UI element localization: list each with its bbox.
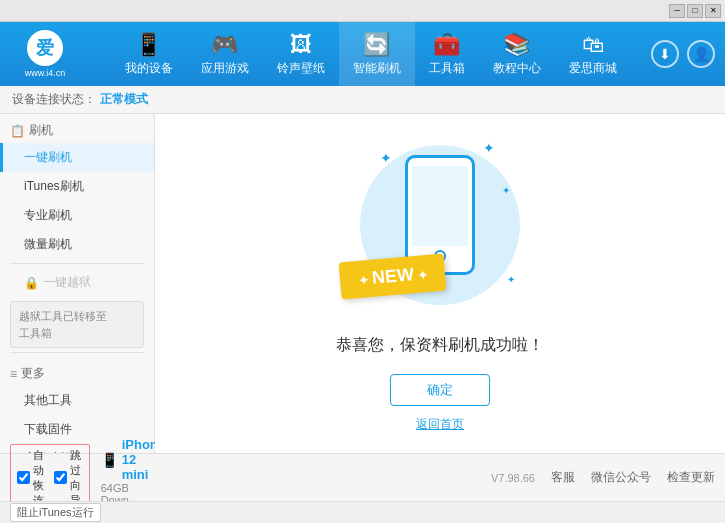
bottom-right: V7.98.66 客服 微信公众号 检查更新 bbox=[165, 469, 715, 486]
save-flash-label: 微量刷机 bbox=[24, 237, 72, 251]
status-bar: 设备连接状态： 正常模式 bbox=[0, 86, 725, 114]
jailbreak-note-text: 越狱工具已转移至 工具箱 bbox=[19, 310, 107, 339]
bottom-status-bar: 阻止iTunes运行 bbox=[0, 501, 725, 523]
my-device-icon: 📱 bbox=[135, 32, 162, 58]
status-value: 正常模式 bbox=[100, 91, 148, 108]
sidebar-divider-2 bbox=[10, 352, 144, 353]
nav-items: 📱 我的设备 🎮 应用游戏 🖼 铃声壁纸 🔄 智能刷机 🧰 工具箱 📚 bbox=[90, 22, 651, 86]
main-content: ✦ ✦ ✦ ✦ NEW 恭喜您，保资料刷机成功啦！ 确定 返回首页 bbox=[155, 114, 725, 453]
nav-wallpaper-label: 铃声壁纸 bbox=[277, 60, 325, 77]
app-window: ─ □ ✕ 爱 www.i4.cn 📱 我的设备 🎮 应用游戏 🖼 铃声壁纸 🔄 bbox=[0, 0, 725, 523]
user-button[interactable]: 👤 bbox=[687, 40, 715, 68]
sparkle-4: ✦ bbox=[507, 274, 515, 285]
logo: 爱 www.i4.cn bbox=[0, 22, 90, 86]
nav-store[interactable]: 🛍 爱思商城 bbox=[555, 22, 631, 86]
logo-icon: 爱 bbox=[27, 30, 63, 66]
auto-connect-checkbox[interactable] bbox=[17, 471, 30, 484]
sidebar-item-one-click-flash[interactable]: 一键刷机 bbox=[0, 143, 154, 172]
auto-connect-text: 自动恢连 bbox=[33, 448, 46, 508]
nav-bar: 爱 www.i4.cn 📱 我的设备 🎮 应用游戏 🖼 铃声壁纸 🔄 智能刷机 … bbox=[0, 22, 725, 86]
other-tools-label: 其他工具 bbox=[24, 393, 72, 407]
nav-my-device[interactable]: 📱 我的设备 bbox=[111, 22, 187, 86]
more-section-icon: ≡ bbox=[10, 367, 17, 381]
auto-connect-label[interactable]: 自动恢连 bbox=[17, 448, 46, 508]
stop-itunes-label: 阻止iTunes运行 bbox=[17, 506, 94, 518]
nav-wallpaper[interactable]: 🖼 铃声壁纸 bbox=[263, 22, 339, 86]
customer-service-link[interactable]: 客服 bbox=[551, 469, 575, 486]
skip-wizard-label[interactable]: 跳过向导 bbox=[54, 448, 83, 508]
confirm-button[interactable]: 确定 bbox=[390, 374, 490, 406]
nav-tutorial[interactable]: 📚 教程中心 bbox=[479, 22, 555, 86]
nav-toolbox[interactable]: 🧰 工具箱 bbox=[415, 22, 479, 86]
maximize-button[interactable]: □ bbox=[687, 4, 703, 18]
device-storage: 64GB bbox=[101, 482, 165, 494]
jailbreak-section-label: 一键越狱 bbox=[43, 274, 91, 291]
nav-smart-flash[interactable]: 🔄 智能刷机 bbox=[339, 22, 415, 86]
bottom-wrapper: 自动恢连 跳过向导 📱 iPhone 12 mini 64GB Down-12m… bbox=[0, 453, 725, 523]
wallpaper-icon: 🖼 bbox=[290, 32, 312, 58]
close-button[interactable]: ✕ bbox=[705, 4, 721, 18]
sidebar-section-flash: 📋 刷机 bbox=[0, 114, 154, 143]
sidebar-item-pro-flash[interactable]: 专业刷机 bbox=[0, 201, 154, 230]
bottom-bar: 自动恢连 跳过向导 📱 iPhone 12 mini 64GB Down-12m… bbox=[0, 453, 725, 501]
version-text: V7.98.66 bbox=[491, 472, 535, 484]
nav-right: ⬇ 👤 bbox=[651, 40, 725, 68]
check-update-link[interactable]: 检查更新 bbox=[667, 469, 715, 486]
flash-section-label: 刷机 bbox=[29, 122, 53, 139]
sidebar-section-jailbreak: 🔒 一键越狱 bbox=[0, 268, 154, 297]
nav-apps-games-label: 应用游戏 bbox=[201, 60, 249, 77]
phone-illustration: ✦ ✦ ✦ ✦ NEW bbox=[350, 135, 530, 315]
skip-wizard-checkbox[interactable] bbox=[54, 471, 67, 484]
sparkle-1: ✦ bbox=[380, 150, 392, 166]
back-home-link[interactable]: 返回首页 bbox=[416, 416, 464, 433]
pro-flash-label: 专业刷机 bbox=[24, 208, 72, 222]
status-label: 设备连接状态： bbox=[12, 91, 96, 108]
stop-itunes-button[interactable]: 阻止iTunes运行 bbox=[10, 503, 101, 522]
nav-toolbox-label: 工具箱 bbox=[429, 60, 465, 77]
nav-tutorial-label: 教程中心 bbox=[493, 60, 541, 77]
sidebar: 📋 刷机 一键刷机 iTunes刷机 专业刷机 微量刷机 🔒 一键越狱 bbox=[0, 114, 155, 453]
itunes-flash-label: iTunes刷机 bbox=[24, 179, 84, 193]
nav-store-label: 爱思商城 bbox=[569, 60, 617, 77]
flash-section-icon: 📋 bbox=[10, 124, 25, 138]
device-icon: 📱 bbox=[101, 452, 118, 468]
sidebar-divider-1 bbox=[10, 263, 144, 264]
success-message: 恭喜您，保资料刷机成功啦！ bbox=[336, 335, 544, 356]
title-bar: ─ □ ✕ bbox=[0, 0, 725, 22]
phone-screen bbox=[412, 166, 468, 246]
sparkle-2: ✦ bbox=[483, 140, 495, 156]
jailbreak-note: 越狱工具已转移至 工具箱 bbox=[10, 301, 144, 348]
nav-apps-games[interactable]: 🎮 应用游戏 bbox=[187, 22, 263, 86]
apps-games-icon: 🎮 bbox=[211, 32, 238, 58]
more-section-label: 更多 bbox=[21, 365, 45, 382]
nav-smart-flash-label: 智能刷机 bbox=[353, 60, 401, 77]
sidebar-item-itunes-flash[interactable]: iTunes刷机 bbox=[0, 172, 154, 201]
sidebar-section-more: ≡ 更多 bbox=[0, 357, 154, 386]
sidebar-item-save-flash[interactable]: 微量刷机 bbox=[0, 230, 154, 259]
skip-wizard-text: 跳过向导 bbox=[70, 448, 83, 508]
download-firmware-label: 下载固件 bbox=[24, 422, 72, 436]
smart-flash-icon: 🔄 bbox=[363, 32, 390, 58]
sidebar-item-other-tools[interactable]: 其他工具 bbox=[0, 386, 154, 415]
sparkle-3: ✦ bbox=[502, 185, 510, 196]
toolbox-icon: 🧰 bbox=[433, 32, 460, 58]
store-icon: 🛍 bbox=[582, 32, 604, 58]
content-row: 📋 刷机 一键刷机 iTunes刷机 专业刷机 微量刷机 🔒 一键越狱 bbox=[0, 114, 725, 453]
logo-url: www.i4.cn bbox=[25, 68, 66, 78]
one-click-flash-label: 一键刷机 bbox=[24, 150, 72, 164]
minimize-button[interactable]: ─ bbox=[669, 4, 685, 18]
nav-my-device-label: 我的设备 bbox=[125, 60, 173, 77]
tutorial-icon: 📚 bbox=[503, 32, 530, 58]
download-button[interactable]: ⬇ bbox=[651, 40, 679, 68]
wechat-link[interactable]: 微信公众号 bbox=[591, 469, 651, 486]
lock-icon: 🔒 bbox=[24, 276, 39, 290]
